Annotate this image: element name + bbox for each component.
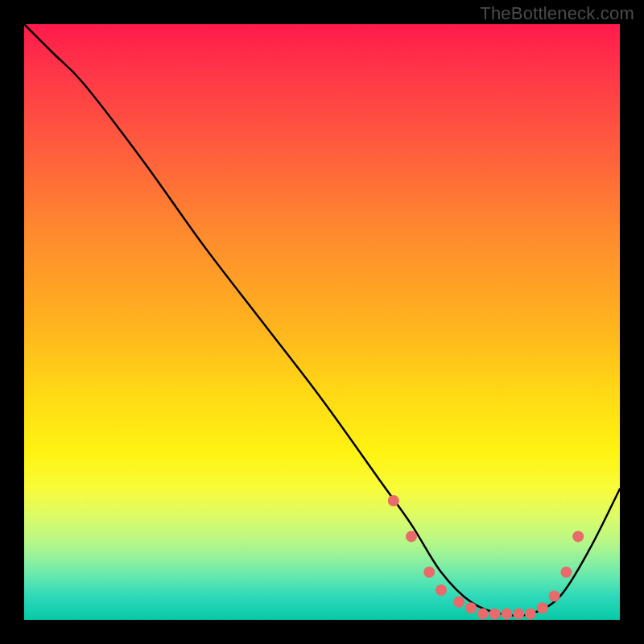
highlight-point: [560, 567, 572, 578]
bottleneck-curve-path: [24, 24, 620, 616]
highlight-point: [388, 495, 399, 506]
highlight-point: [423, 567, 435, 578]
highlight-point: [525, 609, 536, 620]
highlight-point: [465, 602, 477, 613]
watermark-text: TheBottleneck.com: [480, 3, 634, 24]
highlight-point: [501, 609, 512, 620]
chart-stage: TheBottleneck.com: [0, 0, 644, 644]
highlight-point: [572, 530, 584, 542]
highlight-point: [549, 590, 560, 601]
highlight-point: [537, 602, 548, 613]
highlight-points-group: [388, 495, 584, 620]
highlight-point: [453, 597, 464, 608]
highlight-point: [406, 530, 417, 542]
highlight-point: [436, 584, 447, 596]
chart-svg-overlay: [24, 24, 620, 620]
highlight-point: [513, 609, 524, 620]
highlight-point: [489, 609, 501, 620]
highlight-point: [477, 609, 489, 620]
